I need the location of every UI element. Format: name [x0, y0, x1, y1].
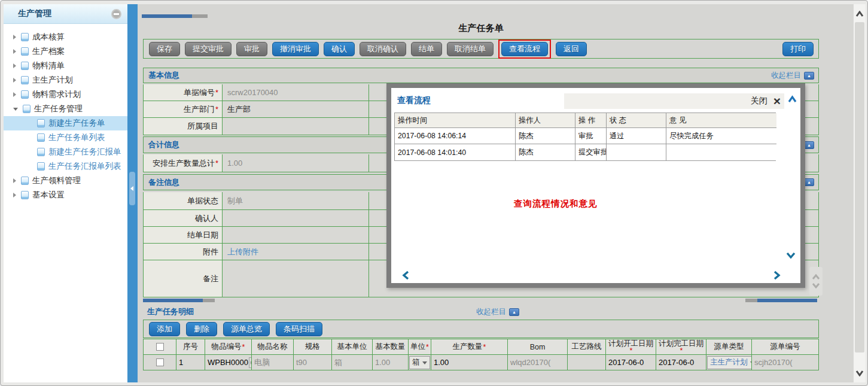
collapse-up-icon[interactable]: ▲ — [804, 178, 814, 186]
plan-start-cell[interactable]: 2017-06-0 — [606, 355, 656, 370]
collapse-up-icon[interactable]: ▲ — [509, 308, 519, 316]
close-date-field[interactable] — [223, 227, 369, 243]
revoke-approval-button[interactable]: 撤消审批 — [272, 42, 319, 56]
collapse-up-icon[interactable]: ▲ — [804, 141, 814, 149]
save-button[interactable]: 保存 — [149, 42, 180, 56]
select-all-checkbox[interactable] — [156, 343, 164, 351]
confirmer-field[interactable] — [223, 210, 369, 226]
view-process-button[interactable]: 查看流程 — [501, 42, 548, 56]
sidebar-item-basic-settings[interactable]: 基本设置 — [4, 188, 127, 202]
top-hscrollbar-piece[interactable] — [192, 14, 208, 18]
document-icon — [37, 119, 45, 127]
project-field[interactable] — [223, 118, 369, 135]
vertical-scrollbar[interactable] — [853, 4, 866, 382]
sidebar-item-new-task-report[interactable]: 新建生产任务汇报单 — [4, 145, 127, 159]
app-window: 生产管理 成本核算 生产档案 物料清单 主生产计划 物料需求计划 生产任务管理 … — [0, 0, 868, 386]
close-x-icon[interactable]: × — [773, 96, 781, 107]
process-row: 2017-06-08 14:01:40 陈杰 提交审批 — [395, 144, 775, 160]
top-hscrollbar-thumb[interactable] — [142, 14, 192, 18]
source-type-select[interactable]: 主生产计划 — [707, 356, 752, 369]
base-qty-cell: 1.00 — [373, 355, 409, 370]
submit-approval-button[interactable]: 提交审批 — [185, 42, 232, 56]
sidebar-item-new-task-order[interactable]: 新建生产任务单 — [4, 116, 127, 130]
tree-expanded-icon[interactable] — [13, 108, 18, 111]
close-button[interactable]: 关闭 — [751, 96, 768, 107]
bottom-right-hscrollbar-thumb[interactable] — [757, 299, 817, 302]
dialog-title: 查看流程 — [397, 95, 431, 106]
dialog-chevron-down-icon[interactable] — [786, 251, 796, 262]
bottom-left-hscrollbar-thumb[interactable] — [143, 299, 203, 302]
scrollbar-thumb[interactable] — [855, 22, 864, 352]
unit-select[interactable]: 箱 — [409, 356, 430, 369]
sidebar-item-material-requisition[interactable]: 生产领料管理 — [4, 174, 127, 188]
document-icon — [23, 105, 31, 113]
sidebar-tree: 成本核算 生产档案 物料清单 主生产计划 物料需求计划 生产任务管理 新建生产任… — [4, 24, 127, 202]
seq-cell: 1 — [176, 355, 205, 370]
sidebar-item-mrp[interactable]: 物料需求计划 — [4, 87, 127, 102]
splitter-handle[interactable] — [129, 172, 135, 205]
source-no-cell: scjh20170( — [752, 355, 819, 370]
tree-collapsed-icon[interactable] — [13, 35, 16, 39]
plan-end-cell[interactable]: 2017-06-0 — [656, 355, 706, 370]
sidebar-item-task-order-list[interactable]: 生产任务单列表 — [4, 130, 127, 145]
add-row-button[interactable]: 添加 — [149, 322, 180, 336]
upload-attachment-link[interactable]: 上传附件 — [227, 247, 258, 257]
tree-collapsed-icon[interactable] — [13, 78, 16, 83]
sidebar-item-bom-list[interactable]: 物料清单 — [4, 59, 127, 73]
total-qty-field[interactable]: 1.00 — [223, 154, 369, 172]
sidebar-item-production-archive[interactable]: 生产档案 — [4, 44, 127, 59]
sidebar-item-task-management[interactable]: 生产任务管理 — [4, 102, 127, 116]
cancel-close-order-button[interactable]: 取消结单 — [447, 42, 494, 56]
collapse-section-link[interactable]: 收起栏目 ▲ — [771, 68, 814, 83]
scroll-down-icon[interactable] — [855, 368, 864, 379]
sidebar-splitter[interactable] — [127, 4, 138, 382]
tree-collapsed-icon[interactable] — [13, 178, 16, 183]
tree-collapsed-icon[interactable] — [13, 63, 16, 68]
source-overview-button[interactable]: 源单总览 — [223, 322, 270, 336]
item-code-cell: WPBH0000 — [205, 355, 252, 370]
detail-section-header: 生产任务明细 收起栏目 ▲ — [143, 305, 819, 319]
barcode-scan-button[interactable]: 条码扫描 — [276, 322, 322, 336]
print-button[interactable]: 打印 — [782, 42, 814, 56]
bottom-left-hscrollbar-piece[interactable] — [203, 299, 215, 302]
section-header-basic-info: 基本信息 收起栏目 ▲ — [143, 68, 819, 83]
annotation-text: 查询流程情况和意见 — [514, 198, 598, 209]
document-icon — [21, 62, 29, 70]
cancel-confirm-button[interactable]: 取消确认 — [360, 42, 406, 56]
department-field[interactable]: 生产部 — [223, 101, 369, 117]
view-process-highlight-box: 查看流程 — [498, 39, 551, 59]
order-no-field[interactable]: scrw20170040 — [223, 84, 369, 101]
sidebar-minimize-icon[interactable] — [111, 9, 121, 19]
status-field: 制单 — [223, 192, 369, 209]
bom-cell: wlqd20170( — [508, 355, 568, 370]
close-order-button[interactable]: 结单 — [411, 42, 442, 56]
sidebar-item-task-report-list[interactable]: 生产任务汇报单列表 — [4, 159, 127, 174]
dialog-header-strip: 关闭 × — [564, 93, 784, 109]
document-icon — [21, 177, 29, 185]
dialog-chevron-right-icon[interactable] — [773, 270, 781, 282]
collapse-up-icon[interactable]: ▲ — [804, 72, 814, 80]
tree-collapsed-icon[interactable] — [13, 193, 16, 197]
delete-row-button[interactable]: 删除 — [186, 322, 217, 336]
back-button[interactable]: 返回 — [556, 42, 587, 56]
sidebar-item-cost-accounting[interactable]: 成本核算 — [4, 30, 127, 44]
chevron-up-icon — [812, 274, 820, 280]
dialog-chevron-up-icon[interactable] — [788, 95, 797, 106]
qty-cell[interactable]: 1.00 — [431, 355, 508, 370]
toolbar: 保存 提交审批 审批 撤消审批 确认 取消确认 结单 取消结单 查看流程 返回 … — [143, 39, 819, 59]
collapse-detail-link[interactable]: 收起栏目 ▲ — [476, 305, 519, 319]
dialog-chevron-left-icon[interactable] — [402, 270, 410, 282]
scroll-up-icon[interactable] — [855, 9, 864, 20]
form-scroll-spinner[interactable] — [809, 267, 823, 296]
bottom-right-hscrollbar-piece[interactable] — [745, 299, 757, 302]
detail-toolbar: 添加 删除 源单总览 条码扫描 — [143, 320, 819, 338]
confirm-button[interactable]: 确认 — [324, 42, 355, 56]
document-icon — [37, 162, 45, 171]
tree-collapsed-icon[interactable] — [13, 92, 16, 97]
detail-table-row: 1 WPBH0000 电脑 t90 箱 1.00 箱 1.00 wlqd2017… — [143, 355, 819, 370]
row-checkbox[interactable] — [156, 358, 164, 366]
approve-button[interactable]: 审批 — [236, 42, 267, 56]
remark-field[interactable] — [223, 260, 369, 297]
tree-collapsed-icon[interactable] — [13, 49, 16, 54]
sidebar-item-master-plan[interactable]: 主生产计划 — [4, 73, 127, 87]
